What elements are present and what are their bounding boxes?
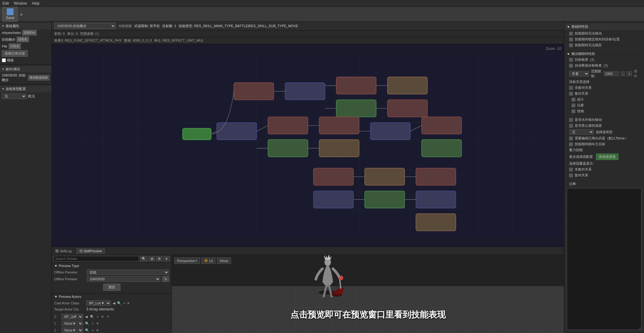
rs-checkbox-2[interactable] <box>569 43 573 47</box>
toolbar: Save » <box>0 7 644 22</box>
category-btn[interactable]: 选择已有分组 <box>2 50 28 57</box>
rs-unit-label: 厘米 <box>634 69 639 78</box>
grid-icon-btn[interactable]: ⊞ <box>149 256 155 261</box>
rs-more-checkbox-0[interactable] <box>569 137 573 140</box>
lit-btn[interactable]: 🔆 Lit <box>201 257 216 264</box>
rs-extra-0: 是否允许移向移动 <box>564 117 644 123</box>
svg-point-26 <box>339 276 343 280</box>
svg-rect-14 <box>422 117 461 134</box>
rs-selector-row: 无 选择器类型 <box>564 129 644 135</box>
t0-add-btn[interactable]: + <box>96 314 99 319</box>
rs-sd-non-enemy-cb[interactable] <box>569 168 573 171</box>
rs-range-plus-btn[interactable]: + <box>627 71 632 76</box>
rs-more-1: 技能期间朝向主目标 <box>564 141 644 147</box>
menu-edit[interactable]: Edit <box>2 1 9 6</box>
save-button[interactable]: Save <box>2 7 18 22</box>
rs-non-enemy-checkbox[interactable] <box>569 86 573 90</box>
rs-selector-display-title: 选择器覆盖显示: <box>569 161 594 166</box>
cast-add-btn[interactable]: + <box>123 301 126 306</box>
t0-search-btn[interactable]: 🔍 <box>89 314 95 319</box>
rs-range-input[interactable] <box>604 71 619 76</box>
t0-del-btn[interactable]: ✕ <box>100 314 104 319</box>
rs-extra-checkbox-0[interactable] <box>569 118 573 122</box>
link-type-row: 无 推法 <box>0 92 51 100</box>
preview-btn[interactable]: 预览 <box>103 284 120 291</box>
target-dropdown-0[interactable]: BP_Juff▼ <box>62 314 83 319</box>
rs-add-selector-btn[interactable]: 添加选择器 <box>596 154 618 160</box>
rs-player-checkbox[interactable] <box>572 104 575 107</box>
svg-rect-19 <box>365 191 404 208</box>
rs-checkbox-0[interactable] <box>569 32 573 35</box>
basic-props-section: ▼ 基础属性 chiyanchebu 技能Key 炽焰鞭步 技能名 File 分… <box>0 22 51 65</box>
refresh-preview-btn[interactable]: ↻ <box>162 276 169 282</box>
cast-del-btn[interactable]: ✕ <box>126 301 130 306</box>
lit-icon: 🔆 <box>204 259 208 263</box>
model-checkbox[interactable] <box>2 58 6 62</box>
rs-sd-enemy-cb[interactable] <box>569 174 573 177</box>
note-textarea[interactable] <box>567 188 642 330</box>
offline-preview2-label: Offline Preview: <box>54 277 85 281</box>
t2-add-btn[interactable]: + <box>91 328 94 332</box>
rs-battle-checkbox[interactable] <box>572 98 575 101</box>
rs-extra-label-1: 是否禁止接转选器 <box>575 123 602 128</box>
skill-dropdown[interactable]: 10603030:炽焰鞭步 <box>54 23 116 29</box>
t1-add-btn[interactable]: + <box>91 321 94 326</box>
t1-del-btn[interactable]: ✕ <box>95 321 99 326</box>
menu-window[interactable]: Window <box>14 1 27 6</box>
target-num-2: 2 <box>54 328 60 332</box>
rs-range-dropdown[interactable]: 常量 <box>569 71 589 76</box>
actors-header: ▼ Preview Actors <box>54 295 169 298</box>
menu-help[interactable]: Help <box>32 1 39 6</box>
triangle-icon: ▼ <box>2 25 4 27</box>
model-row: 模板 <box>0 57 51 63</box>
offline-preview-row1: Offline Preview: 技能 <box>54 269 169 276</box>
rs-target-relation-label: 目标关系选择 <box>569 80 589 84</box>
search-input[interactable] <box>54 256 139 261</box>
svg-rect-9 <box>268 117 308 134</box>
progress-label: 射程: 0 <box>54 31 65 36</box>
perspective-btn[interactable]: Perspective ▾ <box>174 257 200 264</box>
tab-skill-preview[interactable]: SkillPreview <box>76 248 106 254</box>
rs-selector-dropdown[interactable]: 无 <box>569 129 594 135</box>
offline-preview2-dropdown[interactable]: 10603030 <box>87 276 160 282</box>
rs-more-label-1: 技能期间朝向主目标 <box>575 142 605 146</box>
settings-icon-btn[interactable]: ⚙ <box>156 256 162 261</box>
show-btn[interactable]: Show <box>217 257 231 264</box>
rs-cast-checkbox-0[interactable] <box>569 58 573 62</box>
ops-section: ▼ 操作/调试 10603030: 炽焰鞭步 预览数据刷新 <box>0 65 51 84</box>
t2-search-btn[interactable]: 🔍 <box>84 328 90 333</box>
rs-checkbox-1[interactable] <box>569 38 573 41</box>
rs-more-label-0: 需要确保已掏出武器（默认为true） <box>575 136 628 141</box>
t0-arr-btn[interactable]: ↗ <box>106 314 110 319</box>
cast-search-btn[interactable]: 🔍 <box>116 301 122 306</box>
svg-rect-6 <box>387 77 427 94</box>
t0-prev-btn[interactable]: ◀ <box>84 314 88 319</box>
rs-more-checkbox-1[interactable] <box>569 142 573 146</box>
bottom-tabs: SkillLog SkillPreview <box>52 247 564 255</box>
target-dropdown-2[interactable]: None▼ <box>62 327 83 333</box>
weapon-label: 武器限制: 双手杖 <box>134 24 160 28</box>
rs-range-minus-btn[interactable]: - <box>621 71 625 76</box>
dropdown-icon-btn[interactable]: ▾ <box>164 256 170 261</box>
rs-cast-checkbox-1[interactable] <box>569 64 573 68</box>
cast-actor-dropdown[interactable]: BP_Lon▼ <box>86 300 111 306</box>
info-row2: 射程: 0 单位: 0 范围参数: [ ] <box>52 31 564 37</box>
t2-del-btn[interactable]: ✕ <box>95 328 99 333</box>
node-graph[interactable]: Zoom -10 <box>52 44 564 247</box>
search-icon-btn[interactable]: 🔍 <box>140 256 148 261</box>
tab-skill-log[interactable]: SkillLog <box>52 248 76 254</box>
link-type-dropdown[interactable]: 无 <box>2 93 26 99</box>
save-icon <box>7 8 14 15</box>
expand-button[interactable]: » <box>20 12 22 17</box>
t1-search-btn[interactable]: 🔍 <box>84 321 90 326</box>
rs-extra-checkbox-1[interactable] <box>569 124 573 128</box>
rs-monster-checkbox[interactable] <box>572 109 575 113</box>
target-dropdown-1[interactable]: None▼ <box>62 321 83 326</box>
refresh-btn[interactable]: 预览数据刷新 <box>28 75 50 80</box>
rs-non-enemy-row: 非敌对关系 <box>564 85 644 91</box>
cast-prev-btn[interactable]: ◀ <box>112 301 116 306</box>
rs-enemy-checkbox[interactable] <box>569 92 573 96</box>
skill-name-value: 炽焰鞭步 <box>2 37 15 42</box>
offline-preview-dropdown[interactable]: 技能 <box>87 269 169 275</box>
svg-rect-10 <box>268 140 308 157</box>
